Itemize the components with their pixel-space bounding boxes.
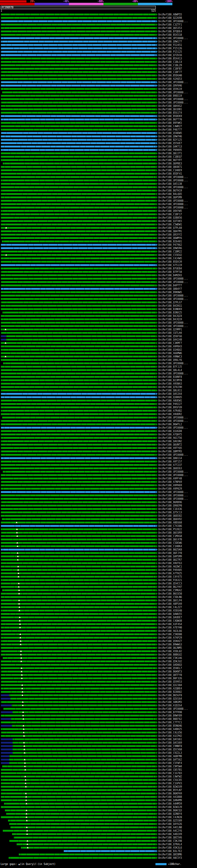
hit-label[interactable]: UniRef100_UPI0000... <box>158 91 188 94</box>
hit-label[interactable]: UniRef100_B38NF8 <box>158 375 182 379</box>
alignment-bar[interactable] <box>1 515 156 517</box>
hit-label[interactable]: UniRef100_A7NP69 <box>158 480 182 484</box>
hit-label[interactable]: UniRef100_UPI0000... <box>158 497 188 501</box>
hit-label[interactable]: UniRef100_A4BH25 <box>158 727 182 731</box>
alignment-bar[interactable] <box>1 315 156 317</box>
hit-label[interactable]: UniRef100_B7QDE4 <box>158 30 182 33</box>
alignment-bar[interactable] <box>1 166 156 168</box>
alignment-bar[interactable] <box>1 173 156 175</box>
alignment-bar[interactable] <box>1 593 156 595</box>
alignment-bar[interactable] <box>1 816 156 818</box>
hit-label[interactable]: UniRef100_C5DEW6 <box>158 541 182 545</box>
hit-label[interactable]: UniRef100_A1D2G4 <box>158 704 182 707</box>
hit-label[interactable]: UniRef100_P15125 <box>158 50 182 54</box>
alignment-bar[interactable] <box>1 495 156 496</box>
alignment-bar[interactable] <box>1 207 156 209</box>
alignment-bar[interactable] <box>1 257 156 259</box>
alignment-bar[interactable] <box>1 373 156 374</box>
alignment-bar[interactable] <box>1 342 156 344</box>
hit-label[interactable]: UniRef100_Q7ZU16 <box>158 54 182 57</box>
alignment-bar[interactable] <box>1 139 156 141</box>
hit-label[interactable]: UniRef100_C1E436 <box>158 507 182 511</box>
alignment-bar[interactable] <box>1 102 156 103</box>
alignment-bar[interactable] <box>1 583 156 584</box>
alignment-bar[interactable] <box>1 457 156 459</box>
hit-label[interactable]: UniRef100_C1BEQ7 <box>158 155 182 159</box>
hit-label[interactable]: UniRef100_C4LU56 <box>158 731 182 734</box>
hit-label[interactable]: UniRef100_Q75C13 <box>158 511 182 514</box>
alignment-bar[interactable] <box>1 603 156 605</box>
hit-label[interactable]: UniRef100_Q38HU5 <box>158 396 182 399</box>
hit-label[interactable]: UniRef100_B6KCQ3 <box>158 809 182 812</box>
hit-label[interactable]: UniRef100_B4IKG1 <box>158 304 182 308</box>
alignment-bar[interactable] <box>1 71 156 73</box>
hit-label[interactable]: UniRef100_P52822 <box>158 528 182 531</box>
alignment-bar[interactable] <box>2 518 156 520</box>
alignment-bar[interactable] <box>1 132 156 134</box>
hit-label[interactable]: UniRef100_Q8TFY0 <box>158 673 182 677</box>
hit-label[interactable]: UniRef100_C5FWF4 <box>158 762 182 765</box>
alignment-bar[interactable] <box>1 318 156 320</box>
alignment-bar[interactable] <box>3 363 156 364</box>
hit-label[interactable]: UniRef100_UPI0000... <box>158 81 188 84</box>
alignment-bar[interactable] <box>1 410 156 412</box>
hit-label[interactable]: UniRef100_B26481 <box>158 240 182 243</box>
alignment-bar[interactable] <box>1 88 156 90</box>
hit-label[interactable]: UniRef100_Q3TXK5 <box>158 220 182 223</box>
alignment-bar[interactable] <box>1 325 156 327</box>
alignment-bar[interactable] <box>1 98 156 100</box>
alignment-bar[interactable] <box>1 793 156 795</box>
hit-label[interactable]: UniRef100_C5GC85 <box>158 778 182 782</box>
hit-label[interactable]: UniRef100_Q22698 <box>158 16 182 20</box>
hit-label[interactable]: UniRef100_Q8MTM3 <box>158 450 182 453</box>
hit-label[interactable]: UniRef100_UPI0000... <box>158 470 188 473</box>
hit-label[interactable]: UniRef100_A8P5A9 <box>158 602 182 606</box>
alignment-bar[interactable] <box>1 644 156 645</box>
alignment-bar[interactable] <box>1 349 156 351</box>
low-identity-segment[interactable] <box>1 738 12 740</box>
low-identity-segment[interactable] <box>1 748 12 750</box>
hit-label[interactable]: UniRef100_UPI0000... <box>158 491 188 494</box>
hit-label[interactable]: UniRef100_Q6Z7R7 <box>158 558 182 562</box>
hit-label[interactable]: UniRef100_C6TLH4 <box>158 331 182 335</box>
hit-label[interactable]: UniRef100_A9PF48 <box>158 477 182 480</box>
hit-label[interactable]: UniRef100_B5DEK9 <box>158 115 182 118</box>
alignment-bar[interactable] <box>1 261 156 262</box>
hit-label[interactable]: UniRef100_C9NNF0 <box>158 745 182 748</box>
alignment-bar[interactable] <box>1 681 156 683</box>
alignment-bar[interactable] <box>1 396 156 398</box>
alignment-bar[interactable] <box>9 823 156 825</box>
alignment-bar[interactable] <box>1 454 156 456</box>
alignment-bar[interactable] <box>1 169 156 171</box>
alignment-bar[interactable] <box>2 312 156 313</box>
alignment-bar[interactable] <box>1 78 156 80</box>
hit-label[interactable]: UniRef100_Q61DB1 <box>158 108 182 111</box>
hit-label[interactable]: UniRef100_Q4D0Q3 <box>158 663 182 666</box>
hit-label[interactable]: UniRef100_B9FWK5 <box>158 121 182 125</box>
hit-label[interactable]: UniRef100_B8F326 <box>158 677 182 680</box>
hit-label[interactable]: UniRef100_A8E668 <box>158 521 182 524</box>
alignment-bar[interactable] <box>1 406 156 408</box>
alignment-bar[interactable] <box>1 217 156 219</box>
hit-label[interactable]: UniRef100_P46777 <box>158 128 182 131</box>
alignment-bar[interactable] <box>1 352 156 354</box>
alignment-bar[interactable] <box>1 152 156 154</box>
alignment-bar[interactable] <box>1 200 156 202</box>
alignment-bar[interactable] <box>1 393 156 395</box>
hit-label[interactable]: UniRef100_P47962 <box>158 243 182 247</box>
low-identity-segment[interactable] <box>1 694 9 696</box>
hit-label[interactable]: UniRef100_UPI0000... <box>158 494 188 497</box>
hit-label[interactable]: UniRef100_A9TYQ5 <box>158 446 182 450</box>
hit-label[interactable]: UniRef100_Q4N4M9 <box>158 799 182 802</box>
alignment-bar[interactable] <box>11 718 156 720</box>
hit-label[interactable]: UniRef100_Q0GN71 <box>158 165 182 169</box>
hit-label[interactable]: UniRef100_C4J4W5 <box>158 257 182 260</box>
alignment-bar[interactable] <box>1 667 156 669</box>
hit-label[interactable]: UniRef100_A63L66 <box>158 629 182 633</box>
alignment-bar[interactable] <box>1 684 156 686</box>
alignment-bar[interactable] <box>1 125 156 127</box>
hit-label[interactable]: UniRef100_UPI0000... <box>158 453 188 457</box>
hit-label[interactable]: UniRef100_Q4S3X4 <box>158 392 182 396</box>
hit-label[interactable]: UniRef100_A8N3M3 <box>158 701 182 704</box>
alignment-bar[interactable] <box>1 251 156 252</box>
